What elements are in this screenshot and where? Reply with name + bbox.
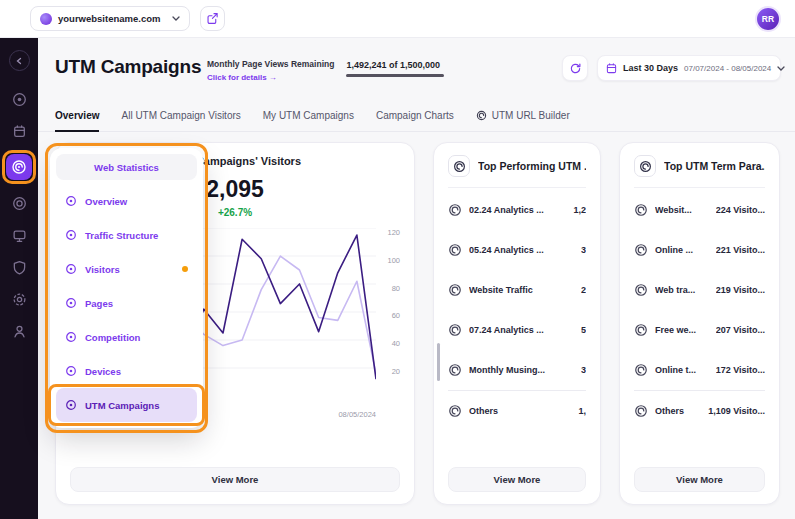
account-icon[interactable] [8, 320, 30, 342]
menu-item[interactable]: Devices [56, 354, 197, 388]
list-item[interactable]: Monthly Musing... 3 [448, 350, 586, 390]
menu-item[interactable]: UTM Campaigns [56, 388, 197, 422]
list-item[interactable]: 02.24 Analytics ... 1,2 [448, 190, 586, 230]
site-name: yourwebsitename.com [58, 13, 160, 24]
orders-icon[interactable] [8, 120, 30, 142]
item-name: Online t... [655, 365, 709, 375]
open-site-button[interactable] [200, 6, 225, 31]
utm-campaigns-icon [65, 399, 77, 411]
menu-item-label: UTM Campaigns [85, 400, 188, 411]
x-end-label: 08/05/2024 [338, 410, 376, 419]
list-item[interactable]: 05.24 Analytics ... 3 [448, 230, 586, 270]
y-tick-label: 100 [387, 256, 400, 265]
card-header: Top Performing UTM ... [448, 155, 586, 188]
utm-icon [448, 323, 462, 337]
utm-icon [448, 363, 462, 377]
menu-item-label: Traffic Structure [85, 230, 188, 241]
item-value: 207 Visito... [716, 325, 765, 335]
menu-item[interactable]: Visitors [56, 252, 197, 286]
utm-icon [634, 243, 648, 257]
card-title: Top UTM Term Para... [664, 160, 765, 172]
devices-icon[interactable] [8, 224, 30, 246]
refresh-icon [569, 62, 582, 75]
item-name: Others [655, 406, 701, 416]
date-range-picker[interactable]: Last 30 Days 07/07/2024 - 08/05/2024 [597, 55, 781, 81]
site-selector[interactable]: yourwebsitename.com [30, 6, 190, 31]
tab[interactable]: UTM URL Builder [476, 104, 570, 132]
utm-icon [634, 404, 648, 418]
utm-icon [448, 155, 470, 177]
item-value: 172 Visito... [716, 365, 765, 375]
card-header: Top UTM Term Para... [634, 155, 765, 188]
view-more-button[interactable]: View More [70, 467, 400, 492]
list-item[interactable]: Online ... 221 Visito... [634, 230, 765, 270]
item-value: 224 Visito... [716, 205, 765, 215]
arrow-left-icon [14, 56, 24, 66]
item-value: 5 [581, 325, 586, 335]
competition-icon [65, 331, 77, 343]
utm-icon [634, 323, 648, 337]
avatar[interactable]: RR [755, 6, 781, 32]
tab[interactable]: Campaign Charts [376, 104, 454, 132]
chevron-down-icon [777, 66, 785, 71]
y-tick-label: 80 [392, 284, 400, 293]
list-item[interactable]: Others 1, [448, 390, 586, 430]
menu-item-label: Visitors [85, 264, 174, 275]
tab[interactable]: Overview [55, 104, 99, 132]
list-item[interactable]: Website Traffic 2 [448, 270, 586, 310]
item-value: 3 [581, 245, 586, 255]
item-name: Others [469, 406, 571, 416]
web-statistics-menu: Web Statistics Overview Traffic Structur… [50, 148, 203, 428]
date-range-value: 07/07/2024 - 08/05/2024 [684, 64, 771, 73]
list-item[interactable]: Online t... 172 Visito... [634, 350, 765, 390]
menu-items: Overview Traffic Structure Visitors [56, 184, 197, 422]
list-item[interactable]: Others 1,109 Visito... [634, 390, 765, 430]
menu-item[interactable]: Competition [56, 320, 197, 354]
list-item[interactable]: Free we... 207 Visito... [634, 310, 765, 350]
utm-icon [634, 203, 648, 217]
tab-label: Campaign Charts [376, 110, 454, 121]
item-value: 1,109 Visito... [708, 406, 765, 416]
utm-icon [634, 363, 648, 377]
site-logo-icon [40, 13, 52, 25]
list-item[interactable]: Websit... 224 Visito... [634, 190, 765, 230]
security-icon[interactable] [8, 256, 30, 278]
collapse-sidebar-button[interactable] [9, 50, 30, 71]
item-name: Online ... [655, 245, 709, 255]
item-value: 1,2 [573, 205, 586, 215]
refresh-button[interactable] [562, 55, 588, 81]
menu-item[interactable]: Traffic Structure [56, 218, 197, 252]
utm-url-builder-icon [476, 110, 487, 121]
sidebar-item-utm-campaigns[interactable] [6, 154, 32, 180]
tab-bar: Overview All UTM Campaign Visitors My UT… [38, 104, 795, 132]
item-value: 3 [581, 365, 586, 375]
item-name: Monthly Musing... [469, 365, 574, 375]
calendar-icon [606, 63, 617, 74]
y-tick-label: 60 [392, 311, 400, 320]
integrations-icon[interactable] [8, 192, 30, 214]
tab[interactable]: My UTM Campaigns [263, 104, 354, 132]
page-title: UTM Campaigns [55, 56, 201, 78]
view-more-button[interactable]: View More [634, 467, 765, 492]
card-title: Top Performing UTM ... [478, 160, 586, 172]
quota-details-link[interactable]: Click for details → [207, 73, 334, 82]
settings-icon[interactable] [8, 288, 30, 310]
y-axis-labels: 12010080604020 [376, 228, 400, 376]
quota-value: 1,492,241 of 1,500,000 [346, 60, 444, 70]
top-campaigns-card: Top Performing UTM ... 02.24 Analytics .… [433, 142, 601, 505]
tab-label: Overview [55, 110, 99, 121]
item-name: 05.24 Analytics ... [469, 245, 574, 255]
menu-item[interactable]: Overview [56, 184, 197, 218]
external-link-icon [206, 12, 219, 25]
item-name: 02.24 Analytics ... [469, 205, 566, 215]
menu-item[interactable]: Pages [56, 286, 197, 320]
view-more-button[interactable]: View More [448, 467, 586, 492]
utm-icon [448, 404, 462, 418]
list-item[interactable]: 07.24 Analytics ... 5 [448, 310, 586, 350]
devices-icon [65, 365, 77, 377]
scrollbar[interactable] [437, 343, 440, 381]
tab[interactable]: All UTM Campaign Visitors [121, 104, 240, 132]
list-item[interactable]: Web tra... 219 Visito... [634, 270, 765, 310]
dashboard-icon[interactable] [8, 88, 30, 110]
terms-list: Websit... 224 Visito... Online ... 221 V… [634, 190, 765, 430]
